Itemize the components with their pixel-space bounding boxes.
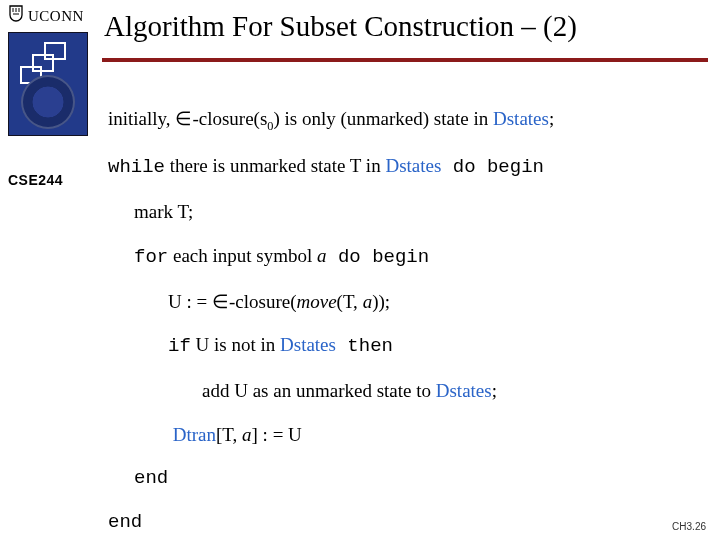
seal-icon	[21, 75, 75, 129]
dstates: Dstates	[436, 380, 492, 401]
text: U : = ∈-closure(	[168, 291, 297, 312]
line-dtran: Dtran[T, a] : = U	[108, 424, 704, 446]
kw-then: then	[336, 335, 393, 357]
uconn-crest-icon	[8, 4, 24, 28]
course-code: CSE244	[8, 172, 63, 188]
left-column: UCONN	[0, 0, 96, 136]
text: initially,	[108, 108, 175, 129]
kw-if: if	[168, 335, 191, 357]
text: ;	[492, 380, 497, 401]
line-mark: mark T;	[108, 201, 704, 223]
text: ∈-closure(s	[175, 108, 267, 129]
line-initially: initially, ∈-closure(s0) is only (unmark…	[108, 108, 704, 133]
sym-a: a	[363, 291, 373, 312]
text: ));	[372, 291, 390, 312]
sym-a: a	[242, 424, 252, 445]
line-while: while there is unmarked state T in Dstat…	[108, 155, 704, 179]
text: ;	[549, 108, 554, 129]
title-rule	[102, 58, 708, 62]
slide: UCONN CSE244 Algorithm For Subset Constr…	[0, 0, 720, 540]
text: there is unmarked state T in	[165, 155, 385, 176]
kw-while: while	[108, 156, 165, 178]
line-for: for each input symbol a do begin	[108, 245, 704, 269]
text: add U as an unmarked state to	[202, 380, 436, 401]
svg-rect-0	[45, 43, 65, 59]
algorithm-body: initially, ∈-closure(s0) is only (unmark…	[108, 108, 704, 540]
page-title: Algorithm For Subset Construction – (2)	[104, 10, 577, 43]
dept-logo	[8, 32, 88, 136]
kw-do-begin: do begin	[441, 156, 544, 178]
line-if: if U is not in Dstates then	[108, 334, 704, 358]
uconn-brand: UCONN	[0, 0, 96, 30]
kw-do-begin: do begin	[327, 246, 430, 268]
text: [T,	[216, 424, 242, 445]
line-u-assign: U : = ∈-closure(move(T, a));	[108, 291, 704, 313]
line-end-outer: end	[108, 512, 704, 534]
text: ) is only (unmarked) state in	[273, 108, 493, 129]
text: each input symbol	[168, 245, 317, 266]
slide-footer: CH3.26	[672, 521, 706, 532]
text: (T,	[337, 291, 363, 312]
sym-a: a	[317, 245, 327, 266]
dstates: Dstates	[385, 155, 441, 176]
text: ] : = U	[252, 424, 302, 445]
dstates: Dstates	[280, 334, 336, 355]
dtran: Dtran	[173, 424, 216, 445]
text: U is not in	[191, 334, 280, 355]
line-add: add U as an unmarked state to Dstates;	[108, 380, 704, 402]
move: move	[297, 291, 337, 312]
kw-for: for	[134, 246, 168, 268]
line-end-inner: end	[108, 468, 704, 490]
svg-rect-1	[33, 55, 53, 71]
dstates: Dstates	[493, 108, 549, 129]
uconn-word: UCONN	[28, 8, 84, 25]
